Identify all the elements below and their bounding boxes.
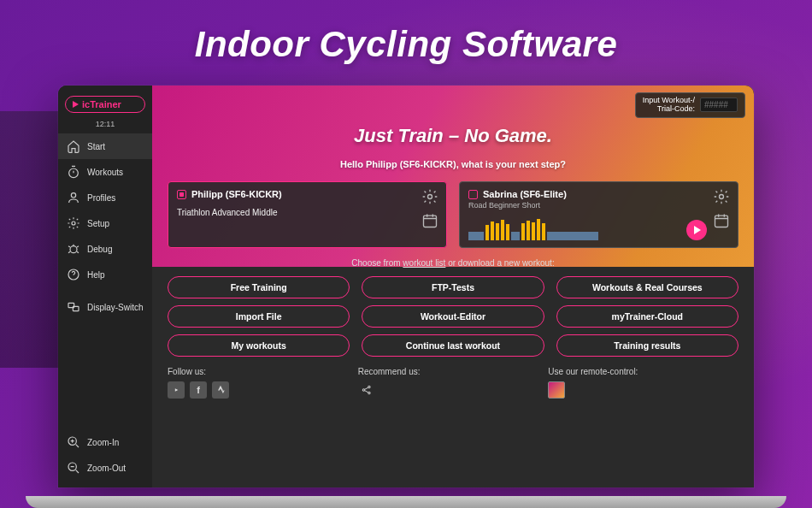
nav-start[interactable]: Start (58, 133, 152, 159)
nav-workouts[interactable]: Workouts (58, 159, 152, 185)
laptop-base (26, 496, 786, 508)
svg-point-13 (362, 389, 364, 391)
checkbox-icon[interactable] (177, 190, 186, 199)
nav-label: Workouts (87, 168, 123, 177)
nav-setup[interactable]: Setup (58, 210, 152, 236)
nav-label: Zoom-In (87, 438, 119, 447)
home-icon (67, 139, 80, 153)
hero-title: Just Train – No Game. (152, 125, 754, 147)
svg-point-14 (368, 386, 369, 387)
svg-point-2 (72, 222, 75, 225)
play-button[interactable] (686, 220, 707, 240)
user-icon (67, 191, 80, 204)
free-training-button[interactable]: Free Training (168, 276, 350, 298)
import-file-button[interactable]: Import File (168, 305, 350, 328)
trial-label: Input Workout-/ Trial-Code: (643, 97, 695, 114)
card-title: Philipp (SF6-KICKR) (191, 189, 282, 199)
marketing-title: Indoor Cycling Software (0, 24, 812, 65)
svg-rect-10 (424, 216, 437, 227)
card-body: Triathlon Advanced Middle (177, 208, 438, 217)
checkbox-icon[interactable] (468, 190, 478, 199)
zoom-in-icon (67, 435, 80, 449)
share-icon[interactable] (358, 381, 375, 399)
play-icon (73, 101, 79, 108)
remote-app-icon[interactable] (548, 381, 565, 399)
gear-icon[interactable] (712, 187, 731, 206)
mytrainer-cloud-button[interactable]: myTrainer-Cloud (556, 305, 738, 328)
facebook-icon[interactable]: f (190, 381, 207, 399)
ftp-tests-button[interactable]: FTP-Tests (362, 276, 544, 298)
choose-line: Choose from workout list or download a n… (152, 258, 754, 268)
action-buttons: Free Training FTP-Tests Workouts & Real … (152, 268, 754, 357)
app-logo[interactable]: icTrainer (65, 96, 145, 113)
gear-icon (67, 216, 80, 230)
svg-point-11 (720, 195, 724, 199)
hero-subtitle: Hello Philipp (SF6-KICKR), what is your … (152, 159, 754, 169)
profile-cards: Philipp (SF6-KICKR) Triathlon Advanced M… (152, 169, 754, 248)
nav-label: Zoom-Out (87, 464, 126, 473)
continue-last-workout-button[interactable]: Continue last workout (362, 334, 544, 357)
nav-label: Setup (87, 219, 109, 228)
follow-label: Follow us: (168, 367, 358, 376)
display-switch-icon (67, 300, 80, 314)
sidebar: icTrainer 12:11 Start Workouts Profiles … (58, 86, 152, 487)
svg-point-3 (70, 246, 77, 253)
nav-label: Display-Switch (87, 303, 144, 312)
laptop-frame: icTrainer 12:11 Start Workouts Profiles … (58, 86, 754, 487)
clock: 12:11 (58, 120, 152, 128)
nav-zoom-out[interactable]: Zoom-Out (58, 455, 152, 481)
nav-label: Start (87, 142, 105, 151)
nav-help[interactable]: Help (58, 262, 152, 287)
svg-point-1 (71, 193, 75, 198)
svg-point-9 (428, 195, 432, 199)
profile-card-philipp[interactable]: Philipp (SF6-KICKR) Triathlon Advanced M… (168, 181, 447, 248)
nav-zoom-in[interactable]: Zoom-In (58, 429, 152, 455)
workout-list-link[interactable]: workout list (403, 258, 445, 268)
app-window: icTrainer 12:11 Start Workouts Profiles … (58, 86, 754, 487)
gear-icon[interactable] (421, 187, 439, 206)
youtube-icon[interactable] (168, 381, 185, 399)
my-workouts-button[interactable]: My workouts (168, 334, 350, 357)
zoom-out-icon (67, 461, 80, 475)
trial-code-box: Input Workout-/ Trial-Code: (635, 92, 745, 118)
card-subtitle: Road Beginner Short (468, 201, 729, 210)
svg-rect-12 (715, 216, 728, 227)
footer: Follow us: f Recommend us: Use our remot… (152, 357, 754, 407)
card-title: Sabrina (SF6-Elite) (483, 189, 567, 199)
training-results-button[interactable]: Training results (556, 334, 738, 357)
strava-icon[interactable] (212, 381, 229, 399)
svg-point-15 (368, 392, 369, 393)
nav-debug[interactable]: Debug (58, 236, 152, 262)
recommend-label: Recommend us: (358, 367, 549, 376)
help-icon (67, 268, 80, 281)
nav-display-switch[interactable]: Display-Switch (58, 294, 152, 320)
nav-label: Profiles (87, 193, 115, 203)
svg-point-0 (69, 168, 79, 178)
trial-code-input[interactable] (700, 97, 738, 112)
nav-label: Debug (87, 245, 112, 254)
main-area: Input Workout-/ Trial-Code: Just Train –… (152, 86, 754, 487)
nav-profiles[interactable]: Profiles (58, 185, 152, 210)
logo-text: icTrainer (82, 99, 121, 109)
calendar-icon[interactable] (421, 211, 439, 230)
profile-card-sabrina[interactable]: Sabrina (SF6-Elite) Road Beginner Short (459, 181, 738, 248)
workout-editor-button[interactable]: Workout-Editor (362, 305, 544, 328)
bug-icon (67, 242, 80, 256)
stopwatch-icon (67, 165, 80, 179)
workouts-real-courses-button[interactable]: Workouts & Real Courses (556, 276, 738, 298)
nav-label: Help (87, 270, 105, 280)
remote-label: Use our remote-control: (548, 367, 738, 376)
calendar-icon[interactable] (712, 211, 731, 230)
